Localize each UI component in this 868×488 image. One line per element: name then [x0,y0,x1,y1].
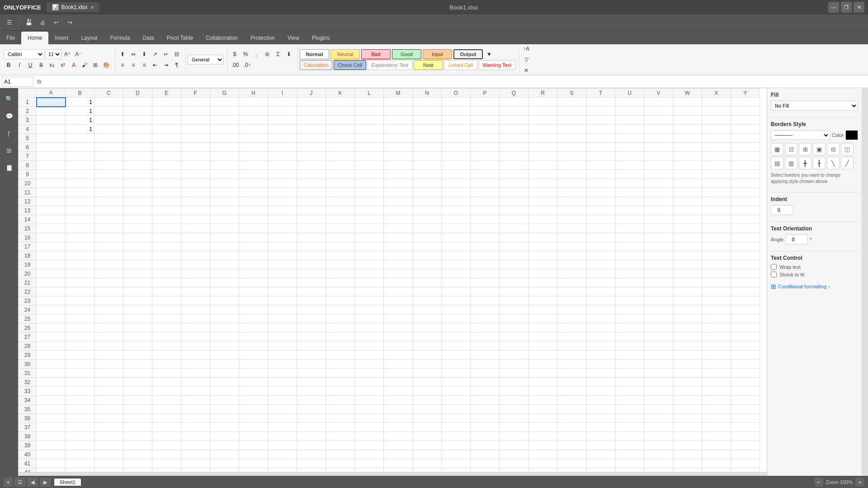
cell-C1[interactable] [94,98,123,107]
cell-Y3[interactable] [731,116,760,125]
cell-F27[interactable] [181,333,210,342]
cell-B23[interactable] [66,296,94,305]
cell-M25[interactable] [384,314,413,324]
currency-style-button[interactable]: $ [230,49,240,59]
cell-L16[interactable] [355,233,384,242]
cell-Y29[interactable] [731,351,760,360]
cell-H7[interactable] [239,152,268,161]
cell-Y9[interactable] [731,170,760,179]
cell-R36[interactable] [528,414,557,423]
cell-W42[interactable] [673,468,702,473]
cell-C16[interactable] [94,233,123,242]
cell-M22[interactable] [384,287,413,296]
cell-N33[interactable] [413,387,442,396]
cell-N41[interactable] [413,459,442,468]
cell-D15[interactable] [123,224,152,233]
cell-E42[interactable] [152,468,181,473]
cell-X23[interactable] [702,296,731,305]
cell-K4[interactable] [326,125,355,134]
cell-R2[interactable] [528,107,557,116]
cell-P7[interactable] [471,152,500,161]
cell-P14[interactable] [471,215,500,224]
cell-F21[interactable] [181,278,210,287]
cell-Q32[interactable] [500,378,528,387]
cell-Y17[interactable] [731,242,760,251]
cell-E38[interactable] [152,432,181,441]
cell-L40[interactable] [355,450,384,459]
cell-C42[interactable] [94,468,123,473]
cell-A24[interactable] [37,305,66,314]
cell-J26[interactable] [297,324,326,333]
cell-X42[interactable] [702,468,731,473]
col-header-I[interactable]: I [268,89,297,98]
cell-Q12[interactable] [500,197,528,206]
cell-P17[interactable] [471,242,500,251]
cell-Q29[interactable] [500,351,528,360]
cell-Q35[interactable] [500,405,528,414]
cell-Q24[interactable] [500,305,528,314]
cell-I12[interactable] [268,197,297,206]
cell-R31[interactable] [528,369,557,378]
cell-H34[interactable] [239,396,268,405]
cell-H33[interactable] [239,387,268,396]
cell-H1[interactable] [239,98,268,107]
cell-W3[interactable] [673,116,702,125]
cell-Y11[interactable] [731,188,760,197]
cell-J21[interactable] [297,278,326,287]
cell-H16[interactable] [239,233,268,242]
cell-D32[interactable] [123,378,152,387]
cell-A14[interactable] [37,215,66,224]
cell-R16[interactable] [528,233,557,242]
cell-W25[interactable] [673,314,702,324]
cell-P12[interactable] [471,197,500,206]
cell-X6[interactable] [702,143,731,152]
cell-B1[interactable]: 1 [66,98,94,107]
cell-Q34[interactable] [500,396,528,405]
cell-K11[interactable] [326,188,355,197]
align-bottom-button[interactable]: ⬇ [139,49,149,59]
cell-I3[interactable] [268,116,297,125]
superscript-button[interactable]: x² [58,60,68,70]
cell-A15[interactable] [37,224,66,233]
cell-Q15[interactable] [500,224,528,233]
cell-P29[interactable] [471,351,500,360]
cell-Y36[interactable] [731,414,760,423]
col-header-Y[interactable]: Y [731,89,760,98]
cell-C25[interactable] [94,314,123,324]
cell-L28[interactable] [355,342,384,351]
cell-J39[interactable] [297,441,326,450]
cell-H27[interactable] [239,333,268,342]
cell-E4[interactable] [152,125,181,134]
cell-X20[interactable] [702,269,731,278]
decrease-decimal-button[interactable]: .00 [230,60,241,70]
cell-P8[interactable] [471,161,500,170]
col-header-L[interactable]: L [355,89,384,98]
cell-W37[interactable] [673,423,702,432]
cell-L31[interactable] [355,369,384,378]
cell-L36[interactable] [355,414,384,423]
cell-E23[interactable] [152,296,181,305]
cell-A1[interactable] [37,98,66,107]
cell-R25[interactable] [528,314,557,324]
cell-O5[interactable] [442,134,471,143]
cell-X29[interactable] [702,351,731,360]
cell-W12[interactable] [673,197,702,206]
col-header-E[interactable]: E [152,89,181,98]
comma-style-button[interactable]: , [251,49,261,59]
cell-U41[interactable] [615,459,644,468]
cell-G2[interactable] [210,107,239,116]
cell-B31[interactable] [66,369,94,378]
cell-X38[interactable] [702,432,731,441]
cell-F12[interactable] [181,197,210,206]
cell-L24[interactable] [355,305,384,314]
cell-G18[interactable] [210,251,239,260]
cell-F7[interactable] [181,152,210,161]
cell-H42[interactable] [239,468,268,473]
cell-A38[interactable] [37,432,66,441]
cell-N29[interactable] [413,351,442,360]
cell-A18[interactable] [37,251,66,260]
close-tab-button[interactable]: ✕ [90,5,94,10]
cell-V26[interactable] [644,324,673,333]
col-header-F[interactable]: F [181,89,210,98]
cell-N24[interactable] [413,305,442,314]
